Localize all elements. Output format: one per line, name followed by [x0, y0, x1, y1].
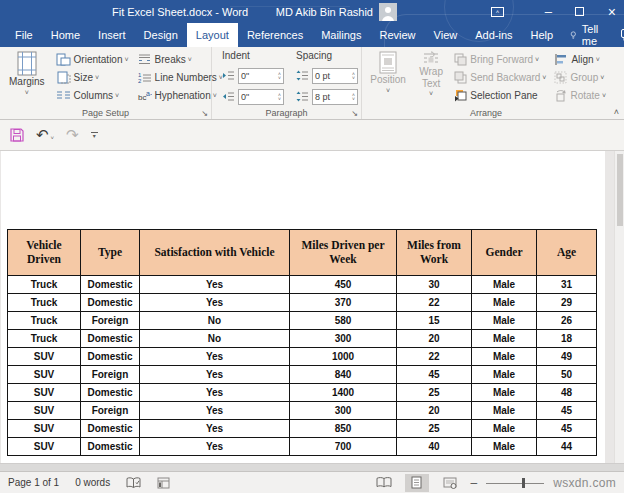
save-button[interactable] [10, 128, 24, 142]
table-cell[interactable]: 30 [397, 276, 472, 294]
indent-left-input[interactable]: 0" ˄˅ [238, 68, 284, 84]
table-cell[interactable]: 48 [537, 384, 597, 402]
bring-forward-button[interactable]: Bring Forward ˅ [454, 50, 546, 68]
table-header-cell[interactable]: Miles Driven per Week [290, 230, 397, 276]
customize-qat-button[interactable]: ▾ [91, 132, 98, 138]
table-cell[interactable]: 15 [397, 312, 472, 330]
table-cell[interactable]: Male [472, 348, 537, 366]
read-mode-button[interactable] [372, 474, 396, 492]
table-cell[interactable]: SUV [8, 384, 81, 402]
table-cell[interactable]: 44 [537, 438, 597, 456]
table-cell[interactable]: Truck [8, 330, 81, 348]
table-cell[interactable]: 370 [290, 294, 397, 312]
table-cell[interactable]: 49 [537, 348, 597, 366]
table-cell[interactable]: 45 [537, 420, 597, 438]
table-cell[interactable]: Yes [140, 294, 290, 312]
dialog-launcher-icon[interactable]: ↘ [201, 110, 208, 118]
tab-design[interactable]: Design [135, 23, 187, 47]
tab-mailings[interactable]: Mailings [312, 23, 370, 47]
table-cell[interactable]: Yes [140, 276, 290, 294]
table-cell[interactable]: Male [472, 366, 537, 384]
selection-pane-button[interactable]: Selection Pane [454, 86, 546, 104]
table-cell[interactable]: 450 [290, 276, 397, 294]
table-cell[interactable]: Male [472, 420, 537, 438]
table-cell[interactable]: 25 [397, 384, 472, 402]
zoom-slider[interactable] [486, 477, 544, 489]
table-cell[interactable]: Yes [140, 420, 290, 438]
rotate-button[interactable]: Rotate ˅ [554, 86, 606, 104]
undo-button[interactable]: ↶˅ [36, 126, 54, 144]
table-cell[interactable]: 20 [397, 402, 472, 420]
table-header-cell[interactable]: Satisfaction with Vehicle [140, 230, 290, 276]
table-cell[interactable]: Foreign [81, 402, 140, 420]
table-cell[interactable]: 40 [397, 438, 472, 456]
tab-file[interactable]: File [6, 23, 42, 47]
table-cell[interactable]: No [140, 330, 290, 348]
minimize-button[interactable]: – [545, 0, 552, 23]
columns-button[interactable]: Columns ˅ [56, 86, 129, 104]
table-cell[interactable]: No [140, 312, 290, 330]
close-button[interactable]: × [608, 0, 616, 23]
table-cell[interactable]: 22 [397, 348, 472, 366]
document-page[interactable]: Vehicle DrivenTypeSatisfaction with Vehi… [1, 151, 605, 463]
spinner-arrows-icon[interactable]: ˄˅ [278, 72, 281, 80]
table-cell[interactable]: Male [472, 402, 537, 420]
table-cell[interactable]: Yes [140, 366, 290, 384]
account-name[interactable]: MD Akib Bin Rashid [276, 0, 373, 23]
table-cell[interactable]: Domestic [81, 420, 140, 438]
word-count[interactable]: 0 words [75, 477, 110, 488]
redo-button[interactable]: ↷ [66, 126, 79, 144]
table-cell[interactable]: 580 [290, 312, 397, 330]
wrap-text-button[interactable]: Wrap Text ˅ [416, 50, 446, 104]
vertical-scrollbar[interactable] [614, 151, 624, 463]
table-cell[interactable]: SUV [8, 348, 81, 366]
zoom-out-button[interactable]: – [471, 476, 478, 490]
table-cell[interactable]: 850 [290, 420, 397, 438]
table-header-cell[interactable]: Vehicle Driven [8, 230, 81, 276]
line-numbers-button[interactable]: 1 2 Line Numbers ˅ [137, 68, 223, 86]
table-cell[interactable]: 29 [537, 294, 597, 312]
zoom-slider-thumb[interactable] [522, 478, 525, 488]
table-cell[interactable]: Domestic [81, 348, 140, 366]
margins-button[interactable]: Margins ˅ [6, 50, 48, 104]
table-cell[interactable]: SUV [8, 438, 81, 456]
spinner-arrows-icon[interactable]: ˄˅ [278, 93, 281, 101]
tab-layout[interactable]: Layout [187, 23, 238, 47]
indent-right-input[interactable]: 0" ˄˅ [238, 89, 284, 105]
spacing-before-input[interactable]: 0 pt ˄˅ [312, 68, 358, 84]
table-cell[interactable]: SUV [8, 402, 81, 420]
table-cell[interactable]: Male [472, 276, 537, 294]
align-button[interactable]: Align ˅ [554, 50, 606, 68]
spinner-arrows-icon[interactable]: ˄˅ [352, 72, 355, 80]
tab-references[interactable]: References [238, 23, 312, 47]
table-cell[interactable]: 20 [397, 330, 472, 348]
table-cell[interactable]: 1000 [290, 348, 397, 366]
size-button[interactable]: Size ˅ [56, 68, 129, 86]
table-header-cell[interactable]: Miles from Work [397, 230, 472, 276]
maximize-button[interactable] [575, 0, 584, 23]
table-cell[interactable]: Domestic [81, 330, 140, 348]
table-cell[interactable]: Domestic [81, 384, 140, 402]
table-cell[interactable]: 700 [290, 438, 397, 456]
macro-recording-button[interactable] [157, 477, 170, 489]
table-cell[interactable]: Domestic [81, 294, 140, 312]
table-cell[interactable]: Yes [140, 348, 290, 366]
ribbon-display-options-button[interactable]: ˄ [491, 0, 504, 23]
table-cell[interactable]: 45 [397, 366, 472, 384]
table-cell[interactable]: 300 [290, 402, 397, 420]
dialog-launcher-icon[interactable]: ↘ [351, 110, 358, 118]
orientation-button[interactable]: Orientation ˅ [56, 50, 129, 68]
table-cell[interactable]: Domestic [81, 276, 140, 294]
table-cell[interactable]: Foreign [81, 312, 140, 330]
table-cell[interactable]: 26 [537, 312, 597, 330]
table-cell[interactable]: Male [472, 384, 537, 402]
table-cell[interactable]: 840 [290, 366, 397, 384]
web-layout-button[interactable] [438, 474, 462, 492]
table-header-cell[interactable]: Age [537, 230, 597, 276]
collapse-ribbon-button[interactable]: ˄ [614, 107, 619, 117]
table-cell[interactable]: Yes [140, 438, 290, 456]
send-backward-button[interactable]: Send Backward ˅ [454, 68, 546, 86]
tab-home[interactable]: Home [42, 23, 89, 47]
avatar[interactable] [379, 0, 397, 23]
tab-insert[interactable]: Insert [89, 23, 135, 47]
